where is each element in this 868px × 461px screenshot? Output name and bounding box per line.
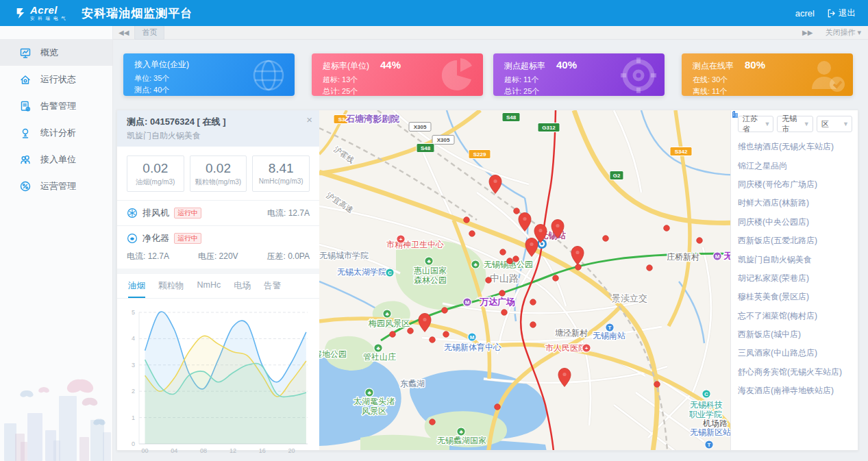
- map-marker-dot[interactable]: [514, 208, 520, 214]
- road-shield: S48: [417, 144, 434, 153]
- restaurant-list-item[interactable]: 舒心商务宾馆(无锡火车站店): [738, 363, 852, 382]
- map-place-label: 无锡南站: [593, 331, 625, 340]
- sidebar-item-2[interactable]: 告警管理: [0, 92, 112, 119]
- map-marker-dot[interactable]: [443, 332, 449, 338]
- park-icon: ♣: [374, 344, 382, 352]
- scroll-tabs-right-button[interactable]: ▶▶: [797, 29, 818, 36]
- map-marker-dot[interactable]: [513, 256, 519, 262]
- map-place-label: 无锡城市学院: [319, 251, 369, 260]
- metric-box-1: 0.02颗粒物(mg/m3): [190, 155, 247, 192]
- detail-tab-4[interactable]: 告警: [264, 280, 281, 298]
- purifier-icon: [127, 233, 138, 244]
- restaurant-name: 锦江之星品尚: [738, 160, 787, 172]
- map-marker-dot[interactable]: [430, 337, 436, 343]
- map-marker-dot[interactable]: [664, 225, 670, 232]
- svg-text:T: T: [708, 442, 711, 448]
- chart-y-tick: 4: [132, 335, 135, 342]
- detail-tab-1[interactable]: 颗粒物: [158, 280, 184, 298]
- restaurant-list-item[interactable]: 胡记私家菜(荣巷店): [738, 269, 852, 288]
- logout-icon: [827, 9, 836, 18]
- close-actions-dropdown[interactable]: 关闭操作 ▾: [825, 27, 861, 38]
- rail-station-icon: T: [705, 440, 713, 449]
- svg-text:X305: X305: [414, 124, 427, 130]
- sidebar-item-1[interactable]: 运行状态: [0, 66, 112, 92]
- restaurant-name: 维也纳酒店(无锡火车站店): [738, 141, 834, 153]
- map-marker-dot[interactable]: [464, 217, 470, 223]
- svg-text:M: M: [470, 334, 475, 340]
- stat-card-title: 接入单位(企业): [134, 59, 189, 71]
- park-icon: ♣: [383, 310, 391, 318]
- map-marker-dot[interactable]: [647, 265, 653, 271]
- tab-home[interactable]: 首页: [134, 25, 164, 40]
- main-content-card: 测点: 041576324 [ 在线 ] 凯旋门自助火锅美食 × 0.02油烟(…: [116, 110, 858, 451]
- sidebar-item-label: 运行状态: [40, 73, 76, 86]
- logout-button[interactable]: 退出: [827, 8, 856, 19]
- detail-tab-2[interactable]: NmHc: [197, 280, 221, 298]
- map-marker-dot[interactable]: [430, 419, 436, 425]
- restaurant-list-item[interactable]: 忘不了湘菜馆(梅村店): [738, 307, 852, 325]
- purifier-current: 电流: 12.7A: [127, 251, 169, 262]
- purifier-device-row: 净化器 运行中 电流: 12.7A 电压: 220V 压差: 0.0PA: [117, 226, 319, 269]
- close-icon[interactable]: ×: [306, 114, 312, 125]
- stat-card-title: 测点超标率: [504, 60, 545, 72]
- restaurant-list-item[interactable]: 三凤酒家(中山路总店): [738, 344, 852, 362]
- stat-card-line1: 超标: 11个: [504, 75, 654, 85]
- map-marker-dot[interactable]: [500, 249, 506, 256]
- restaurant-list-item[interactable]: 同庆楼(哥伦布广场店): [738, 175, 852, 194]
- detail-tab-3[interactable]: 电场: [234, 280, 251, 298]
- chevron-down-icon: ▼: [764, 121, 770, 127]
- restaurant-list-item[interactable]: 西新饭店(城中店): [738, 325, 852, 344]
- metric-value: 0.02: [129, 161, 182, 176]
- metric-box-2: 8.41NmHc(mg/m3): [252, 155, 310, 192]
- svg-text:S342: S342: [675, 149, 688, 155]
- restaurant-list-item[interactable]: 同庆楼(中央公园店): [738, 213, 852, 232]
- region-select-value: 无锡市: [782, 114, 803, 134]
- map-marker-dot[interactable]: [442, 308, 448, 314]
- chart-x-tick: 08: [200, 447, 207, 454]
- restaurant-list-item[interactable]: 穆桂英美食(景区店): [738, 288, 852, 306]
- restaurant-list-item[interactable]: 时鲜大酒店(林新路): [738, 194, 852, 212]
- map[interactable]: S340S48G312X305X305S48S229S342G2石塘湾影剧院沪霍…: [319, 110, 858, 450]
- sidebar-item-0[interactable]: 概览: [0, 39, 112, 66]
- sidebar-decoration-skyline: [0, 369, 112, 461]
- restaurant-list-item[interactable]: 海友酒店(南禅寺地铁站店): [738, 382, 852, 400]
- map-marker-dot[interactable]: [469, 231, 475, 237]
- sidebar-item-5[interactable]: 运营管理: [0, 173, 112, 199]
- region-select-value: 江苏省: [743, 114, 764, 134]
- map-marker-dot[interactable]: [486, 277, 492, 284]
- map-marker-dot[interactable]: [408, 328, 414, 334]
- region-select-0[interactable]: 江苏省▼: [738, 116, 773, 132]
- metric-value: 0.02: [192, 161, 245, 176]
- map-marker-dot[interactable]: [530, 322, 536, 328]
- road-shield: S229: [469, 150, 491, 159]
- restaurant-list-item[interactable]: 维也纳酒店(无锡火车站店): [738, 138, 852, 156]
- restaurant-list-item[interactable]: 锦江之星品尚: [738, 156, 852, 175]
- map-marker-dot[interactable]: [530, 299, 536, 306]
- map-marker-dot[interactable]: [507, 258, 513, 264]
- map-marker-dot[interactable]: [575, 264, 582, 271]
- chart-y-tick: 1: [132, 414, 135, 421]
- restaurant-list-item[interactable]: 西新饭店(五爱北路店): [738, 232, 852, 250]
- restaurant-name: 海友酒店(南禅寺地铁站店): [738, 385, 834, 397]
- map-marker-dot[interactable]: [390, 332, 396, 338]
- map-marker-dot[interactable]: [697, 238, 703, 244]
- scroll-tabs-left-button[interactable]: ◀◀: [113, 29, 134, 36]
- detail-tab-0[interactable]: 油烟: [128, 280, 145, 298]
- school-icon: C: [386, 269, 394, 277]
- sidebar-item-3[interactable]: 统计分析: [0, 119, 112, 146]
- sidebar-item-4[interactable]: 接入单位: [0, 146, 112, 173]
- map-marker-dot[interactable]: [553, 275, 559, 282]
- map-marker-dot[interactable]: [501, 310, 508, 316]
- map-marker-dot[interactable]: [603, 236, 609, 242]
- trend-chart: 012345000408121620: [124, 303, 312, 461]
- restaurant-name: 胡记私家菜(荣巷店): [738, 273, 809, 284]
- restaurant-list-item[interactable]: 凯旋门自助火锅美食: [738, 250, 852, 269]
- region-select-1[interactable]: 无锡市▼: [777, 116, 813, 132]
- map-marker-dot[interactable]: [495, 404, 501, 410]
- svg-text:S48: S48: [506, 114, 517, 121]
- region-select-2[interactable]: 区▼: [817, 116, 852, 132]
- map-marker-dot[interactable]: [499, 290, 506, 297]
- map-marker-dot[interactable]: [654, 382, 660, 388]
- restaurant-name: 忘不了湘菜馆(梅村店): [738, 310, 817, 322]
- metric-value: 8.41: [254, 161, 308, 176]
